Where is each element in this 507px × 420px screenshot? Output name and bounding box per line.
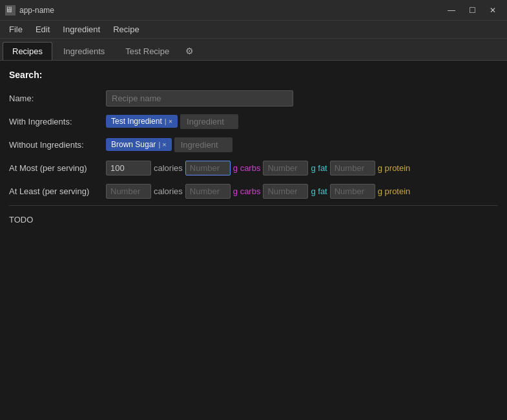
divider (9, 205, 498, 206)
title-bar-controls: — ☐ ✕ (442, 3, 502, 17)
with-ingredient-tag-0[interactable]: Test Ingredient | × (106, 115, 178, 128)
main-content: Search: Name: With Ingredients: Test Ing… (0, 61, 507, 236)
todo-text: TODO (9, 210, 498, 230)
title-bar: 🖥 app-name — ☐ ✕ (0, 0, 507, 21)
menu-recipe[interactable]: Recipe (107, 22, 145, 37)
app-icon: 🖥 (5, 5, 16, 15)
at-least-label: At Least (per serving) (9, 186, 106, 196)
at-most-carbs-unit: g carbs (233, 163, 261, 173)
at-least-fat-input[interactable] (263, 184, 308, 199)
at-least-protein-unit: g protein (378, 186, 411, 196)
at-least-calories-unit: calories (154, 186, 183, 196)
menu-bar: File Edit Ingredient Recipe (0, 21, 507, 39)
tab-test-recipe[interactable]: Test Recipe (116, 42, 179, 60)
name-label: Name: (9, 94, 106, 103)
at-most-calories-unit: calories (154, 163, 183, 173)
at-least-fat-unit: g fat (311, 186, 327, 196)
maximize-button[interactable]: ☐ (463, 3, 481, 17)
at-most-protein-input[interactable] (330, 161, 375, 175)
with-ingredients-input-area: Test Ingredient | × (106, 114, 293, 129)
app-name: app-name (19, 6, 54, 15)
at-most-protein-unit: g protein (378, 163, 411, 173)
at-most-fat-input[interactable] (263, 161, 308, 175)
at-most-row: At Most (per serving) calories g carbs g… (9, 159, 498, 177)
tab-bar: Recipes Ingredients Test Recipe ⚙ (0, 39, 507, 61)
at-least-inputs: calories g carbs g fat g protein (106, 184, 410, 199)
at-least-row: At Least (per serving) calories g carbs … (9, 182, 498, 200)
without-ingredients-row: Without Ingredients: Brown Sugar | × (9, 135, 498, 154)
title-bar-left: 🖥 app-name (5, 5, 54, 15)
menu-edit[interactable]: Edit (29, 22, 56, 37)
with-ingredient-tag-label-0: Test Ingredient (111, 117, 162, 126)
minimize-button[interactable]: — (442, 3, 460, 17)
search-section-label: Search: (9, 67, 498, 83)
without-ingredients-input-area: Brown Sugar | × (106, 137, 293, 152)
settings-icon[interactable]: ⚙ (180, 42, 199, 60)
menu-ingredient[interactable]: Ingredient (56, 22, 107, 37)
without-ingredients-input[interactable] (174, 137, 233, 152)
without-ingredient-tag-remove-0[interactable]: | × (158, 141, 166, 148)
at-least-carbs-input[interactable] (185, 184, 231, 199)
without-ingredient-tag-0[interactable]: Brown Sugar | × (106, 138, 172, 151)
at-least-protein-input[interactable] (330, 184, 375, 199)
menu-file[interactable]: File (3, 22, 29, 37)
tab-ingredients[interactable]: Ingredients (54, 42, 114, 60)
with-ingredients-input[interactable] (180, 114, 238, 129)
at-most-carbs-input[interactable] (185, 161, 231, 175)
at-most-label: At Most (per serving) (9, 163, 106, 173)
with-ingredients-row: With Ingredients: Test Ingredient | × (9, 112, 498, 130)
without-ingredient-tag-label-0: Brown Sugar (111, 140, 156, 149)
with-ingredients-label: With Ingredients: (9, 117, 106, 126)
at-least-calories-input[interactable] (106, 184, 151, 199)
name-row: Name: (9, 89, 498, 107)
at-most-fat-unit: g fat (311, 163, 327, 173)
name-input[interactable] (106, 90, 293, 106)
at-most-inputs: calories g carbs g fat g protein (106, 161, 410, 175)
with-ingredient-tag-remove-0[interactable]: | × (165, 117, 172, 125)
without-ingredients-label: Without Ingredients: (9, 140, 106, 150)
tab-recipes[interactable]: Recipes (3, 42, 52, 60)
at-most-calories-input[interactable] (106, 161, 151, 175)
at-least-carbs-unit: g carbs (233, 186, 261, 196)
close-button[interactable]: ✕ (484, 3, 502, 17)
